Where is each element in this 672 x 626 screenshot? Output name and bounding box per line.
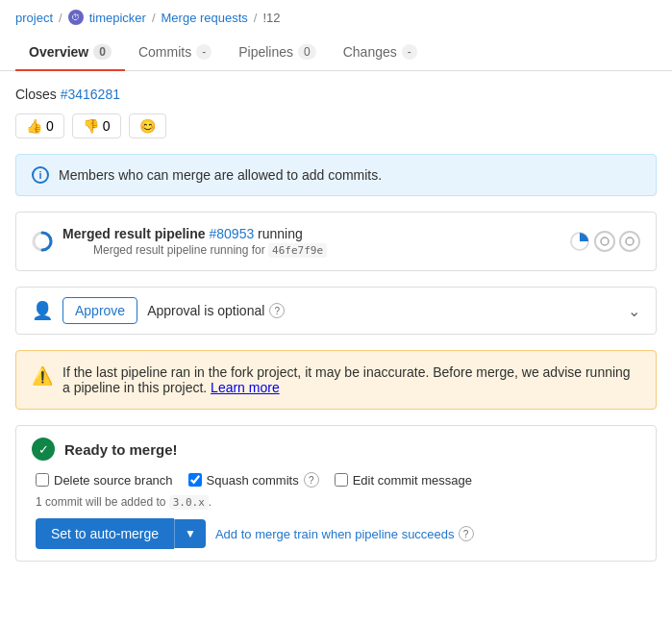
tabs-bar: Overview 0 Commits - Pipelines 0 Changes… (0, 35, 672, 71)
warning-text: If the last pipeline ran in the fork pro… (62, 364, 640, 395)
ready-title: Ready to merge! (64, 441, 178, 458)
pipeline-sub-text: Merged result pipeline running for (93, 243, 268, 257)
tab-pipelines[interactable]: Pipelines 0 (225, 35, 330, 71)
branch-name: 3.0.x (169, 495, 209, 510)
tab-commits-label: Commits (138, 44, 191, 60)
content-area: Closes #3416281 👍 0 👎 0 😊 i Members who … (0, 71, 672, 577)
tab-changes-label: Changes (343, 44, 397, 60)
svg-point-2 (601, 238, 609, 245)
merge-options-checkboxes: Delete source branch Squash commits ? Ed… (36, 472, 640, 488)
squash-help-icon[interactable]: ? (304, 472, 319, 488)
info-banner: i Members who can merge are allowed to a… (15, 154, 657, 196)
thumbsup-reaction[interactable]: 👍 0 (15, 113, 64, 138)
squash-commits-checkbox[interactable] (188, 473, 202, 487)
pipeline-circle-icon-1 (594, 231, 615, 252)
squash-commits-option[interactable]: Squash commits ? (188, 472, 319, 488)
pipeline-link[interactable]: #80953 (209, 226, 254, 241)
squash-commits-label: Squash commits (207, 473, 299, 488)
thumbsup-count: 0 (46, 118, 54, 134)
tab-overview[interactable]: Overview 0 (15, 35, 125, 71)
commit-note: 1 commit will be added to 3.0.x. (36, 495, 640, 509)
tab-changes[interactable]: Changes - (330, 35, 431, 71)
tab-overview-label: Overview (29, 44, 88, 60)
merge-buttons-row: Set to auto-merge ▼ Add to merge train w… (36, 518, 640, 549)
edit-commit-checkbox[interactable] (335, 473, 348, 487)
delete-branch-label: Delete source branch (54, 473, 173, 488)
breadcrumb-sep2: / (152, 11, 156, 25)
thumbsdown-reaction[interactable]: 👎 0 (72, 113, 121, 138)
approve-row: 👤 Approve Approval is optional ? ⌄ (15, 287, 657, 335)
optional-label: Approval is optional (147, 303, 264, 318)
closes-issue-link[interactable]: #3416281 (61, 87, 120, 102)
delete-branch-option[interactable]: Delete source branch (36, 473, 173, 488)
pipeline-running: running (258, 226, 303, 241)
pipeline-title-text: Merged result pipeline (62, 226, 209, 241)
tab-changes-badge: - (402, 44, 417, 60)
info-banner-text: Members who can merge are allowed to add… (59, 167, 382, 183)
thumbsdown-emoji: 👎 (83, 118, 99, 134)
pipeline-info: Merged result pipeline #80953 running Me… (62, 226, 327, 257)
approve-help-icon[interactable]: ? (269, 303, 285, 318)
pipeline-header: Merged result pipeline #80953 running Me… (32, 226, 640, 257)
warning-learn-more[interactable]: Learn more (211, 380, 280, 395)
merge-train-link[interactable]: Add to merge train when pipeline succeed… (215, 526, 474, 541)
tab-commits[interactable]: Commits - (125, 35, 225, 71)
pipeline-half-icon (569, 231, 590, 252)
pipeline-spinner-icon (32, 231, 53, 252)
merge-train-text: Add to merge train when pipeline succeed… (215, 527, 455, 541)
closes-line: Closes #3416281 (15, 87, 657, 102)
warning-triangle-icon: ⚠️ (32, 365, 53, 387)
train-help-icon[interactable]: ? (459, 526, 474, 541)
pipeline-left: Merged result pipeline #80953 running Me… (32, 226, 327, 257)
pipeline-card: Merged result pipeline #80953 running Me… (15, 212, 657, 271)
thumbsup-emoji: 👍 (26, 118, 42, 134)
delete-branch-checkbox[interactable] (36, 473, 49, 487)
set-auto-merge-button[interactable]: Set to auto-merge (36, 518, 174, 549)
info-icon: i (32, 166, 49, 184)
tab-pipelines-label: Pipelines (238, 44, 293, 60)
commit-note-text: 1 commit will be added to (36, 495, 169, 509)
smiley-reaction[interactable]: 😊 (129, 113, 166, 138)
commit-note-suffix: . (209, 495, 212, 509)
approve-left: 👤 Approve Approval is optional ? (32, 297, 285, 324)
pipeline-commit-hash: 46fe7f9e (268, 243, 327, 258)
approve-button[interactable]: Approve (62, 297, 137, 324)
smiley-emoji: 😊 (139, 118, 156, 134)
auto-merge-btn-group: Set to auto-merge ▼ (36, 518, 206, 549)
tab-pipelines-badge: 0 (298, 44, 316, 60)
tab-overview-badge: 0 (93, 44, 112, 60)
breadcrumb-mr: !12 (262, 11, 280, 25)
approve-optional-text: Approval is optional ? (147, 303, 285, 318)
approver-avatar-icon: 👤 (32, 300, 53, 321)
warning-banner: ⚠️ If the last pipeline ran in the fork … (15, 350, 657, 410)
pipeline-circle-icon-2 (619, 231, 640, 252)
tab-commits-badge: - (196, 44, 212, 60)
warning-message: If the last pipeline ran in the fork pro… (62, 364, 631, 395)
merge-dropdown-button[interactable]: ▼ (174, 519, 206, 548)
closes-prefix: Closes (15, 87, 61, 102)
svg-point-3 (626, 238, 634, 245)
pipeline-title: Merged result pipeline #80953 running (62, 226, 327, 241)
ready-header: ✓ Ready to merge! (32, 438, 640, 461)
approve-chevron-icon[interactable]: ⌄ (628, 302, 640, 320)
pipeline-sub: Merged result pipeline running for 46fe7… (93, 243, 327, 257)
ready-to-merge-section: ✓ Ready to merge! Delete source branch S… (15, 425, 657, 562)
breadcrumb-timepicker[interactable]: timepicker (89, 11, 146, 25)
reactions-bar: 👍 0 👎 0 😊 (15, 113, 657, 138)
pipeline-status-icons (569, 231, 640, 252)
breadcrumb-merge-requests[interactable]: Merge requests (162, 11, 248, 25)
breadcrumb-project[interactable]: project (15, 11, 53, 25)
breadcrumb-sep3: / (254, 11, 258, 25)
edit-commit-option[interactable]: Edit commit message (335, 473, 472, 488)
breadcrumb-sep1: / (59, 11, 62, 25)
timepicker-icon: ⏱ (68, 10, 84, 25)
breadcrumb: project / ⏱ timepicker / Merge requests … (0, 0, 672, 35)
ready-check-icon: ✓ (32, 438, 55, 461)
edit-commit-label: Edit commit message (353, 473, 472, 488)
thumbsdown-count: 0 (103, 118, 111, 134)
